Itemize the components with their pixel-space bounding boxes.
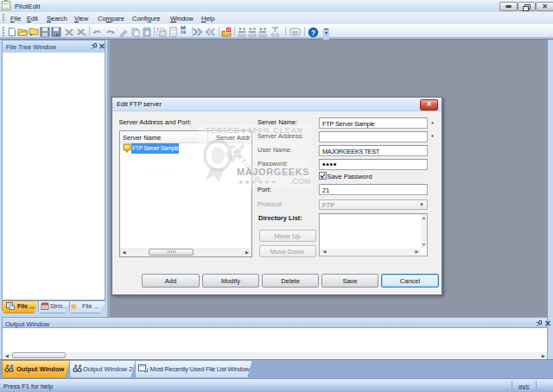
svg-text:88: 88 xyxy=(292,30,298,35)
svg-text:?: ? xyxy=(311,28,315,37)
